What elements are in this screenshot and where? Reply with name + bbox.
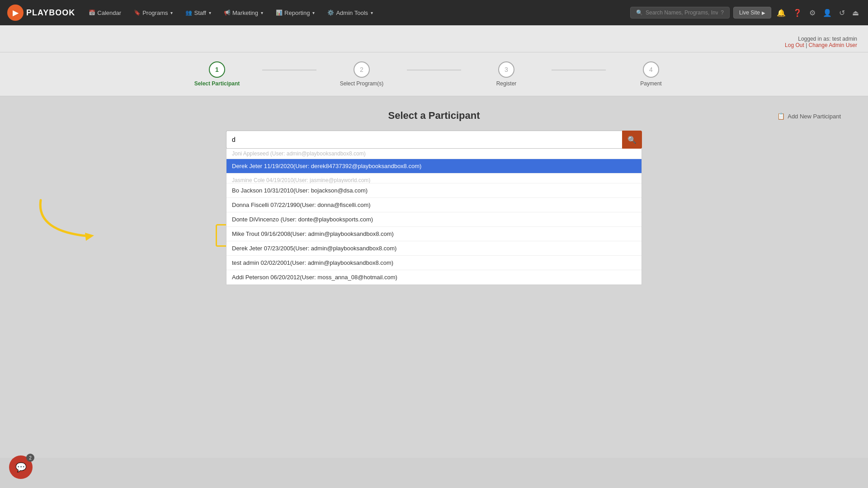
dropdown-item-text: Derek Jeter 07/23/2005(User: admin@playb…	[232, 245, 396, 252]
nav-item-staff[interactable]: 👥 Staff ▾	[179, 0, 217, 25]
step-3-circle: 3	[498, 61, 514, 78]
refresh-icon[interactable]: ↺	[837, 7, 847, 19]
dropdown-item-7[interactable]: Derek Jeter 07/23/2005(User: admin@playb…	[226, 241, 642, 256]
chat-icon: 💬	[15, 462, 27, 473]
nav-item-programs[interactable]: 🔖 Programs ▾	[127, 0, 179, 25]
marketing-icon: 📢	[224, 9, 231, 16]
step-4[interactable]: 4 Payment	[606, 61, 696, 87]
logout-icon[interactable]: ⏏	[850, 7, 861, 19]
participant-dropdown: Joni Appleseed (User: admin@playbooksand…	[226, 149, 642, 285]
live-site-label: Live Site	[739, 9, 760, 16]
dropdown-item-text: Donna Fiscelli 07/22/1990(User: donna@fi…	[232, 202, 371, 208]
live-site-button[interactable]: Live Site ▶	[733, 7, 771, 19]
subheader: Logged in as: test admin Log Out | Chang…	[0, 25, 868, 52]
reporting-icon: 📊	[276, 9, 283, 16]
help-icon[interactable]: ❓	[791, 7, 804, 19]
topnav-right: 🔍 ? Live Site ▶ 🔔 ❓ ⚙ 👤 ↺ ⏏	[630, 7, 861, 19]
staff-icon: 👥	[185, 9, 192, 16]
dropdown-item-text: Jasmine Cole 04/19/2010(User: jasmine@pl…	[232, 177, 370, 183]
logged-in-text: Logged in as: test admin	[785, 36, 857, 42]
logo-icon: ▶	[7, 5, 24, 21]
log-out-link[interactable]: Log Out	[785, 42, 804, 48]
step-2[interactable]: 2 Select Program(s)	[316, 61, 407, 87]
programs-icon: 🔖	[134, 9, 141, 16]
stepper: 1 Select Participant 2 Select Program(s)…	[172, 61, 696, 87]
dropdown-item-text: Derek Jeter 11/19/2020(User: derek847373…	[232, 163, 421, 169]
dropdown-item-3[interactable]: Bo Jackson 10/31/2010(User: bojackson@ds…	[226, 183, 642, 198]
dropdown-item-9[interactable]: Addi Peterson 06/20/2012(User: moss_anna…	[226, 270, 642, 285]
main-nav: 📅 Calendar 🔖 Programs ▾ 👥 Staff ▾ 📢 Mark…	[82, 0, 630, 25]
global-search-input[interactable]	[646, 9, 718, 16]
admin-tools-icon: ⚙️	[327, 9, 334, 16]
search-button-icon: 🔍	[627, 136, 637, 144]
settings-icon[interactable]: ⚙	[807, 7, 817, 19]
step-4-circle: 4	[643, 61, 659, 78]
logo-text: PLAYBOOK	[26, 8, 75, 18]
step-1-circle: 1	[209, 61, 225, 78]
step-connector-1	[262, 70, 316, 70]
step-2-label: Select Program(s)	[340, 80, 384, 87]
chevron-down-icon: ▾	[371, 10, 373, 15]
section-title: Select a Participant	[388, 110, 480, 122]
nav-item-reporting[interactable]: 📊 Reporting ▾	[269, 0, 321, 25]
user-icon[interactable]: 👤	[821, 7, 834, 19]
add-participant-icon: 📋	[777, 113, 785, 120]
dropdown-item-2[interactable]: Jasmine Cole 04/19/2010(User: jasmine@pl…	[226, 174, 642, 183]
step-1-label: Select Participant	[194, 80, 240, 87]
chat-badge: 2	[26, 454, 34, 462]
dropdown-item-8[interactable]: test admin 02/02/2001(User: admin@playbo…	[226, 256, 642, 270]
dropdown-item-text: Bo Jackson 10/31/2010(User: bojackson@ds…	[232, 187, 368, 194]
nav-item-calendar[interactable]: 📅 Calendar	[82, 0, 127, 25]
help-circle-icon: ?	[721, 9, 724, 16]
nav-item-marketing[interactable]: 📢 Marketing ▾	[217, 0, 269, 25]
logo[interactable]: ▶ PLAYBOOK	[7, 5, 75, 21]
logged-in-info: Logged in as: test admin Log Out | Chang…	[785, 36, 857, 48]
dropdown-item-6[interactable]: Mike Trout 09/16/2008(User: admin@playbo…	[226, 227, 642, 241]
search-icon: 🔍	[636, 9, 643, 16]
main-content: 📋 Add New Participant Select a Participa…	[0, 96, 868, 458]
stepper-area: 1 Select Participant 2 Select Program(s)…	[0, 52, 868, 96]
notification-icon[interactable]: 🔔	[775, 7, 788, 19]
top-navigation: ▶ PLAYBOOK 📅 Calendar 🔖 Programs ▾ 👥 Sta…	[0, 0, 868, 25]
step-1[interactable]: 1 Select Participant	[172, 61, 262, 87]
dropdown-item-text: Mike Trout 09/16/2008(User: admin@playbo…	[232, 230, 394, 237]
calendar-icon: 📅	[89, 9, 95, 16]
chevron-down-icon: ▾	[209, 10, 211, 15]
step-3[interactable]: 3 Register	[461, 61, 552, 87]
dropdown-item-text: Addi Peterson 06/20/2012(User: moss_anna…	[232, 274, 397, 281]
step-2-circle: 2	[354, 61, 370, 78]
dropdown-item-1[interactable]: Derek Jeter 11/19/2020(User: derek847373…	[226, 159, 642, 174]
select-participant-section: Select a Participant 🔍 Joni Appleseed (U…	[18, 110, 850, 285]
participant-search-input[interactable]	[226, 131, 622, 149]
step-connector-2	[407, 70, 461, 70]
nav-item-admin-tools[interactable]: ⚙️ Admin Tools ▾	[321, 0, 379, 25]
dropdown-item-5[interactable]: Donte DiVincenzo (User: donte@playbooksp…	[226, 212, 642, 227]
dropdown-item-text: Joni Appleseed (User: admin@playbooksand…	[232, 150, 366, 157]
global-search[interactable]: 🔍 ?	[630, 7, 730, 19]
add-new-participant-button[interactable]: 📋 Add New Participant	[777, 113, 841, 120]
chevron-down-icon: ▾	[170, 10, 173, 15]
change-admin-link[interactable]: Change Admin User	[809, 42, 857, 48]
dropdown-item-text: Donte DiVincenzo (User: donte@playbooksp…	[232, 216, 373, 223]
dropdown-item-4[interactable]: Donna Fiscelli 07/22/1990(User: donna@fi…	[226, 198, 642, 212]
step-connector-3	[552, 70, 606, 70]
chevron-down-icon: ▾	[261, 10, 263, 15]
chevron-down-icon: ▾	[312, 10, 315, 15]
dropdown-item-0[interactable]: Joni Appleseed (User: admin@playbooksand…	[226, 149, 642, 159]
participant-search-button[interactable]: 🔍	[622, 131, 642, 149]
chevron-right-icon: ▶	[762, 10, 765, 15]
dropdown-item-text: test admin 02/02/2001(User: admin@playbo…	[232, 259, 393, 266]
chat-button[interactable]: 💬 2	[9, 455, 33, 479]
participant-search-row: 🔍	[226, 131, 642, 149]
step-4-label: Payment	[640, 80, 661, 87]
step-3-label: Register	[496, 80, 517, 87]
add-new-participant-label: Add New Participant	[788, 113, 841, 120]
